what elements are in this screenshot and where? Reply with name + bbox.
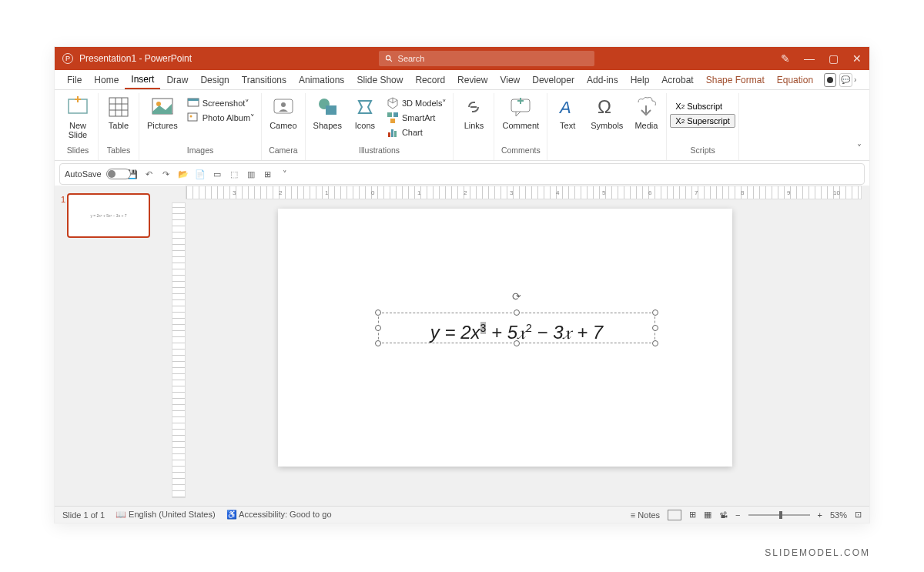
svg-rect-27 <box>391 129 393 137</box>
slide-canvas[interactable]: ⟳ y = 2x3 + 5𝑥2 − 3𝑥 + 7 <box>278 209 732 467</box>
table-button[interactable]: Table <box>102 93 136 132</box>
pictures-button[interactable]: Pictures <box>142 93 182 132</box>
window-title: Presentation1 - PowerPoint <box>79 53 192 64</box>
maximize-button[interactable]: ▢ <box>829 52 839 65</box>
reading-view-icon[interactable]: ▦ <box>704 510 711 520</box>
accessibility-status[interactable]: ♿ Accessibility: Good to go <box>226 510 332 520</box>
ribbon: New Slide Slides Table Tables Pictures <box>55 90 869 161</box>
zoom-out-button[interactable]: − <box>735 510 740 520</box>
qat-more-icon[interactable]: ˅ <box>279 168 291 180</box>
close-button[interactable]: ✕ <box>852 52 862 65</box>
shapes-button[interactable]: Shapes <box>309 93 346 132</box>
menu-design[interactable]: Design <box>194 72 235 89</box>
autosave-toggle[interactable] <box>106 169 131 179</box>
sorter-view-icon[interactable]: ⊞ <box>689 510 696 520</box>
menu-bar: File Home Insert Draw Design Transitions… <box>55 70 869 90</box>
menu-view[interactable]: View <box>494 72 526 89</box>
resize-handle[interactable] <box>652 325 658 331</box>
svg-rect-25 <box>390 119 395 123</box>
menu-developer[interactable]: Developer <box>526 72 581 89</box>
svg-rect-23 <box>387 112 392 117</box>
resize-handle[interactable] <box>652 340 658 346</box>
comment-button[interactable]: Comment <box>497 93 544 132</box>
new-slide-button[interactable]: New Slide <box>61 93 95 141</box>
work-area: 1 y = 2x³ + 5x² − 3x + 7 321012345678910… <box>55 186 869 506</box>
links-button[interactable]: Links <box>457 93 490 132</box>
quick-icon-3[interactable]: ▥ <box>245 168 257 180</box>
quick-icon-2[interactable]: ⬚ <box>228 168 240 180</box>
normal-view-icon[interactable] <box>668 510 681 520</box>
resize-handle[interactable] <box>375 325 381 331</box>
menu-draw[interactable]: Draw <box>160 72 194 89</box>
pin-icon[interactable]: ✎ <box>781 52 790 65</box>
svg-point-15 <box>189 115 192 118</box>
slide-counter[interactable]: Slide 1 of 1 <box>62 510 105 520</box>
new-file-icon[interactable]: 📄 <box>194 168 206 180</box>
minimize-button[interactable]: — <box>804 52 815 65</box>
ribbon-collapse-icon[interactable]: ˅ <box>857 143 862 154</box>
resize-handle[interactable] <box>375 309 381 316</box>
svg-point-0 <box>386 55 390 60</box>
menu-insert[interactable]: Insert <box>125 71 160 89</box>
superscript-button[interactable]: X2 Superscript <box>670 114 735 128</box>
powerpoint-icon: P <box>62 53 73 64</box>
ribbon-expand-icon[interactable]: › <box>854 75 863 84</box>
menu-acrobat[interactable]: Acrobat <box>655 72 699 89</box>
resize-handle[interactable] <box>514 309 520 316</box>
group-comments-label: Comments <box>501 146 541 155</box>
icons-button[interactable]: Icons <box>348 93 382 132</box>
undo-icon[interactable]: ↶ <box>143 168 156 180</box>
record-button[interactable] <box>824 73 836 87</box>
watermark: SLIDEMODEL.COM <box>765 547 870 558</box>
menu-addins[interactable]: Add-ins <box>581 72 624 89</box>
share-button[interactable]: 💬 <box>839 73 852 87</box>
zoom-slider[interactable] <box>748 514 810 516</box>
rotate-handle-icon[interactable]: ⟳ <box>512 290 521 303</box>
media-button[interactable]: Media <box>629 93 663 132</box>
quick-icon-1[interactable]: ▭ <box>211 168 223 180</box>
language-indicator[interactable]: 📖 English (United States) <box>116 510 216 520</box>
horizontal-ruler: 321012345678910 <box>186 186 862 199</box>
subscript-button[interactable]: X2 Subscript <box>670 99 735 113</box>
vertical-ruler <box>172 202 186 498</box>
open-icon[interactable]: 📂 <box>177 168 189 180</box>
zoom-level[interactable]: 53% <box>830 510 847 520</box>
resize-handle[interactable] <box>375 340 381 346</box>
fit-to-window-icon[interactable]: ⊡ <box>855 510 862 520</box>
smartart-button[interactable]: SmartArt <box>383 111 450 125</box>
menu-record[interactable]: Record <box>409 72 451 89</box>
svg-rect-26 <box>388 132 390 137</box>
menu-shape-format[interactable]: Shape Format <box>700 72 771 89</box>
menu-equation[interactable]: Equation <box>771 72 819 89</box>
svg-text:Ω: Ω <box>598 96 611 117</box>
menu-review[interactable]: Review <box>451 72 494 89</box>
svg-rect-19 <box>326 105 336 115</box>
search-box[interactable]: Search <box>379 51 594 66</box>
3d-models-button[interactable]: 3D Models ˅ <box>383 96 450 110</box>
menu-transitions[interactable]: Transitions <box>236 72 293 89</box>
menu-slideshow[interactable]: Slide Show <box>350 72 409 89</box>
zoom-in-button[interactable]: + <box>818 510 822 520</box>
equation-textbox[interactable]: ⟳ y = 2x3 + 5𝑥2 − 3𝑥 + 7 <box>378 313 655 343</box>
resize-handle[interactable] <box>652 309 658 316</box>
slideshow-view-icon[interactable]: 📽 <box>719 510 728 520</box>
resize-handle[interactable] <box>514 340 520 346</box>
chart-button[interactable]: Chart <box>383 125 450 139</box>
notes-button[interactable]: ≡ Notes <box>631 510 660 520</box>
menu-home[interactable]: Home <box>88 72 125 89</box>
cameo-button[interactable]: Cameo <box>265 93 301 132</box>
quick-icon-4[interactable]: ⊞ <box>262 168 274 180</box>
group-tables-label: Tables <box>107 146 130 155</box>
redo-icon[interactable]: ↷ <box>160 168 172 180</box>
menu-help[interactable]: Help <box>624 72 656 89</box>
text-button[interactable]: A Text <box>551 93 584 132</box>
menu-animations[interactable]: Animations <box>293 72 350 89</box>
svg-line-1 <box>390 59 392 62</box>
menu-file[interactable]: File <box>61 72 88 89</box>
slide-thumbnail-1[interactable]: 1 y = 2x³ + 5x² − 3x + 7 <box>67 193 150 238</box>
photo-album-button[interactable]: Photo Album ˅ <box>184 111 258 125</box>
screenshot-button[interactable]: Screenshot ˅ <box>184 96 258 110</box>
thumbnail-preview-text: y = 2x³ + 5x² − 3x + 7 <box>90 213 126 218</box>
thumbnail-number: 1 <box>61 195 65 204</box>
symbols-button[interactable]: Ω Symbols <box>586 93 628 132</box>
